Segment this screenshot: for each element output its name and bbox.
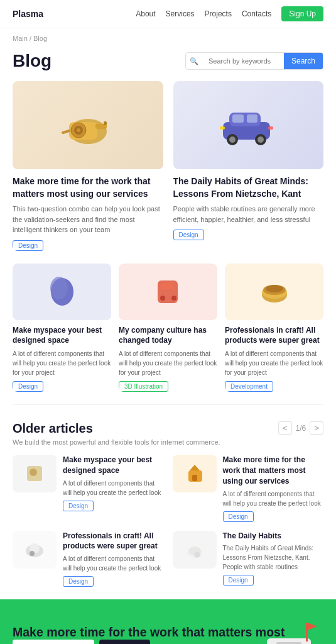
cta-section: Make more time for the work that matters… <box>0 599 336 644</box>
nav-signup-button[interactable]: Sign Up <box>281 6 323 21</box>
featured-desc-2: People with stable routines are generall… <box>173 204 324 225</box>
svg-rect-11 <box>247 114 257 123</box>
search-input[interactable] <box>202 53 284 69</box>
search-bar: 🔍 Search <box>185 52 323 70</box>
featured-tag-2[interactable]: Design <box>173 230 204 240</box>
article-img-2 <box>119 264 217 320</box>
article-title-2: My company culture has changed today <box>119 325 217 347</box>
article-img-3 <box>225 264 323 320</box>
older-tag-4[interactable]: Design <box>223 575 254 586</box>
cta-email-input[interactable] <box>13 640 94 644</box>
cta-content: Make more time for the work that matters… <box>13 625 285 644</box>
featured-card-2: The Daily Habits of Great Minds: Lessons… <box>173 81 324 251</box>
article-desc-1: A lot of different components that will … <box>13 349 111 377</box>
svg-marker-31 <box>190 465 200 470</box>
older-title-1: Make myspace your best designed space <box>63 455 164 476</box>
pagination-prev[interactable]: < <box>278 421 292 435</box>
older-item-4: The Daily Habits The Daily Habits of Gre… <box>173 531 324 587</box>
older-title-4: The Daily Habits <box>223 531 324 541</box>
search-button[interactable]: Search <box>284 53 323 69</box>
article-tag-1[interactable]: Design <box>13 381 43 392</box>
featured-card-1: Make more time for the work that matters… <box>13 81 163 251</box>
older-section: Older articles < 1/6 > We build the most… <box>0 415 336 599</box>
bowl-icon <box>259 276 290 308</box>
article-tag-3[interactable]: Development <box>225 381 273 392</box>
older-item-3: Professionals in craft! All products wer… <box>13 531 164 587</box>
featured-grid: Make more time for the work that matters… <box>0 81 336 264</box>
svg-point-29 <box>30 469 37 476</box>
svg-line-7 <box>63 131 69 133</box>
older-thumb-3 <box>13 531 57 569</box>
mailbox-icon <box>254 604 323 644</box>
older-title-3: Professionals in craft! All products wer… <box>63 531 164 552</box>
featured-title-2: The Daily Habits of Great Minds: Lessons… <box>173 175 324 200</box>
car-icon <box>217 100 279 150</box>
pagination-current: 1/6 <box>296 424 306 433</box>
article-card-1: Make myspace your best designed space A … <box>13 264 111 392</box>
article-card-3: Professionals in craft! All products wer… <box>225 264 323 392</box>
svg-point-13 <box>229 136 236 143</box>
article-tag-2[interactable]: 3D Illustration <box>119 381 168 392</box>
cta-title: Make more time for the work that matters… <box>13 625 285 640</box>
older-desc-4: The Daily Habits of Great Minds: Lessons… <box>223 543 324 572</box>
older-title: Older articles <box>13 421 93 436</box>
older-item-2: Make more time for the work that matters… <box>173 455 324 521</box>
older-content-4: The Daily Habits The Daily Habits of Gre… <box>223 531 324 586</box>
navbar: Plasma About Services Projects Contacts … <box>0 0 336 28</box>
older-thumb-4 <box>173 531 217 569</box>
article-desc-3: A lot of different components that will … <box>225 349 323 377</box>
breadcrumb-main[interactable]: Main <box>13 35 28 42</box>
svg-point-38 <box>194 552 200 558</box>
breadcrumb-current: Blog <box>33 35 47 42</box>
page-header: Blog 🔍 Search <box>0 48 336 81</box>
nav-services[interactable]: Services <box>166 9 195 18</box>
older-thumb-1 <box>13 455 57 492</box>
svg-marker-42 <box>308 623 317 630</box>
svg-point-27 <box>266 285 283 292</box>
article-grid: Make myspace your best designed space A … <box>0 264 336 405</box>
svg-rect-21 <box>160 283 174 289</box>
brand-logo: Plasma <box>13 9 43 19</box>
search-icon: 🔍 <box>186 57 202 65</box>
older-img-1 <box>22 461 47 486</box>
svg-rect-17 <box>268 126 273 130</box>
older-desc-1: A lot of different components that will … <box>63 479 164 497</box>
nav-about[interactable]: About <box>136 9 155 18</box>
svg-point-22 <box>160 296 165 301</box>
svg-rect-16 <box>220 126 225 130</box>
svg-point-15 <box>257 136 264 143</box>
older-tag-1[interactable]: Design <box>63 501 94 511</box>
older-tag-3[interactable]: Design <box>63 576 94 587</box>
breadcrumb: Main / Blog <box>0 28 336 48</box>
svg-rect-10 <box>232 114 244 123</box>
article-img-1 <box>13 264 111 320</box>
page-title: Blog <box>13 51 51 71</box>
cta-form: Subscribe <box>13 640 285 644</box>
blob-red-icon <box>153 274 184 309</box>
featured-img-2 <box>173 81 324 169</box>
svg-rect-32 <box>192 475 197 481</box>
nav-projects[interactable]: Projects <box>205 9 232 18</box>
older-content-1: Make myspace your best designed space A … <box>63 455 164 511</box>
older-grid: Make myspace your best designed space A … <box>13 455 323 587</box>
article-card-2: My company culture has changed today A l… <box>119 264 217 392</box>
cta-visual <box>254 604 323 644</box>
article-desc-2: A lot of different components that will … <box>119 349 217 377</box>
pagination-next[interactable]: > <box>310 421 323 435</box>
older-tag-2[interactable]: Design <box>223 511 254 522</box>
older-img-3 <box>22 537 47 562</box>
cta-subscribe-button[interactable]: Subscribe <box>99 640 150 644</box>
svg-point-4 <box>77 128 80 132</box>
older-img-2 <box>182 461 207 486</box>
older-img-4 <box>182 537 207 562</box>
article-title-3: Professionals in craft! All products wer… <box>225 325 323 347</box>
older-title-2: Make more time for the work that matters… <box>223 455 324 486</box>
featured-tag-1[interactable]: Design <box>13 240 43 251</box>
nav-links: About Services Projects Contacts Sign Up <box>136 6 323 21</box>
older-header: Older articles < 1/6 > <box>13 421 323 436</box>
blob-blue-icon <box>46 274 78 309</box>
nav-contacts[interactable]: Contacts <box>242 9 271 18</box>
featured-img-1 <box>13 81 163 169</box>
whistle-icon <box>60 100 116 150</box>
svg-point-23 <box>171 296 176 301</box>
